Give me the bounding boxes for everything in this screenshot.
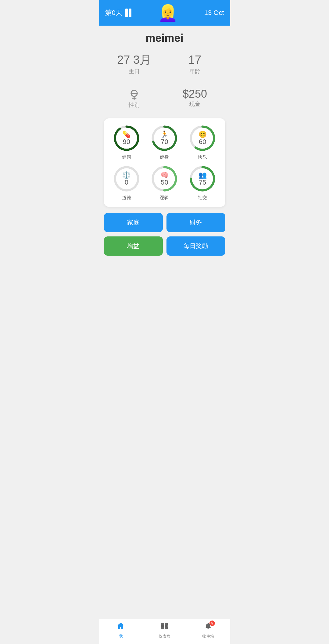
- stat-label: 逻辑: [160, 195, 169, 201]
- cash-item: $250 现金: [165, 85, 225, 110]
- birthday-age-grid: 27 3月 生日 17 年龄: [104, 51, 225, 78]
- gender-item: 性别: [104, 84, 165, 111]
- avatar: 👱‍♀️: [158, 5, 178, 21]
- age-value: 17: [168, 54, 222, 67]
- stat-circle-健康: 💊 90 健康: [110, 124, 143, 160]
- nav-label-dashboard: 仪表盘: [159, 634, 170, 639]
- stat-circle-逻辑: 🧠 50 逻辑: [148, 165, 181, 201]
- gender-label: 性别: [129, 101, 140, 109]
- home-icon: [116, 622, 125, 632]
- action-buttons-row2: 增益 每日奖励: [104, 236, 225, 256]
- nav-label-me: 我: [119, 634, 123, 639]
- stats-card: 💊 90 健康 🏃 70 健身: [104, 118, 225, 207]
- svg-rect-18: [161, 626, 164, 629]
- stat-emoji: 😊: [198, 131, 207, 138]
- stat-label: 健身: [160, 154, 169, 160]
- stat-value: 0: [125, 179, 128, 186]
- svg-rect-19: [165, 626, 168, 629]
- stat-emoji: 👥: [198, 172, 207, 178]
- stat-value: 70: [161, 139, 168, 145]
- finance-button[interactable]: 财务: [166, 213, 225, 232]
- birthday-label: 生日: [107, 68, 162, 75]
- inbox-badge: 5: [209, 621, 215, 626]
- stat-label: 健康: [122, 154, 131, 160]
- bottom-nav: 我 仪表盘 5 收件箱: [99, 619, 230, 644]
- stats-circles-grid: 💊 90 健康 🏃 70 健身: [110, 124, 219, 201]
- circle-container: 😊 60: [189, 124, 216, 152]
- circle-inner: 💊 90: [122, 131, 131, 145]
- stat-circle-快乐: 😊 60 快乐: [186, 124, 219, 160]
- circle-container: ⚖️ 0: [113, 165, 140, 192]
- stat-label: 快乐: [198, 154, 207, 160]
- svg-rect-16: [161, 623, 164, 626]
- cash-value: $250: [183, 88, 207, 100]
- main-content: meimei 27 3月 生日 17 年龄 性别 $250 现金: [99, 26, 230, 619]
- age-item: 17 年龄: [165, 51, 225, 78]
- app-header: 第0天 👱‍♀️ 13 Oct: [99, 0, 230, 26]
- header-date: 13 Oct: [204, 9, 224, 17]
- stat-label: 社交: [198, 195, 207, 201]
- nav-item-me[interactable]: 我: [110, 622, 131, 639]
- circle-container: 🏃 70: [151, 124, 178, 152]
- stat-circle-道德: ⚖️ 0 道德: [110, 165, 143, 201]
- family-button[interactable]: 家庭: [104, 213, 163, 232]
- stat-label: 道德: [122, 195, 131, 201]
- circle-container: 🧠 50: [151, 165, 178, 192]
- stat-emoji: 🧠: [160, 172, 169, 178]
- profile-name: meimei: [104, 32, 225, 45]
- stat-circle-健身: 🏃 70 健身: [148, 124, 181, 160]
- stat-emoji: 💊: [122, 131, 131, 138]
- circle-inner: 👥 75: [198, 172, 207, 186]
- age-label: 年龄: [168, 68, 222, 75]
- cash-label: 现金: [189, 100, 200, 108]
- stat-circle-社交: 👥 75 社交: [186, 165, 219, 201]
- boost-button[interactable]: 增益: [104, 236, 163, 256]
- stat-emoji: ⚖️: [122, 172, 131, 178]
- inbox-badge-wrapper: 5: [204, 622, 213, 632]
- gender-cash-row: 性别 $250 现金: [104, 84, 225, 111]
- svg-rect-17: [165, 623, 168, 626]
- daily-reward-button[interactable]: 每日奖励: [166, 236, 225, 256]
- stat-value: 50: [161, 179, 168, 186]
- pause-icon[interactable]: [125, 9, 131, 17]
- circle-inner: ⚖️ 0: [122, 172, 131, 186]
- header-left: 第0天: [105, 8, 131, 17]
- circle-inner: 😊 60: [198, 131, 207, 145]
- circle-container: 👥 75: [189, 165, 216, 192]
- birthday-value: 27 3月: [107, 54, 162, 67]
- circle-inner: 🏃 70: [160, 131, 169, 145]
- birthday-item: 27 3月 生日: [104, 51, 165, 78]
- action-buttons-row1: 家庭 财务: [104, 213, 225, 232]
- gender-icon: [127, 87, 141, 100]
- stat-value: 90: [123, 139, 130, 145]
- nav-item-dashboard[interactable]: 仪表盘: [154, 622, 175, 639]
- nav-label-inbox: 收件箱: [202, 634, 214, 639]
- nav-item-inbox[interactable]: 5 收件箱: [198, 622, 219, 639]
- dashboard-icon: [160, 622, 169, 632]
- stat-value: 60: [199, 139, 206, 145]
- circle-container: 💊 90: [113, 124, 140, 152]
- circle-inner: 🧠 50: [160, 172, 169, 186]
- stat-emoji: 🏃: [160, 131, 169, 138]
- stat-value: 75: [199, 179, 206, 186]
- day-label: 第0天: [105, 8, 122, 17]
